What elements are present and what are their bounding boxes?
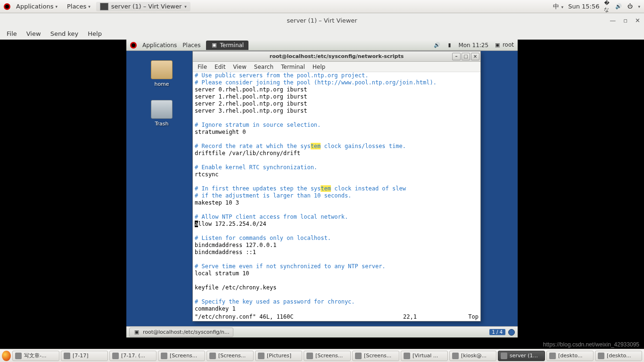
host-applications-menu[interactable]: Applications ▾ (12, 1, 61, 11)
app-icon (64, 353, 70, 359)
terminal-window[interactable]: root@localhost:/etc/sysconfig/network-sc… (192, 51, 481, 321)
host-taskbar-item[interactable]: [Screens... (158, 351, 205, 361)
chevron-down-icon: ▾ (638, 4, 640, 9)
guest-taskbar-item[interactable]: ▣ root@localhost:/etc/sysconfig/n... (129, 328, 233, 337)
app-icon (258, 353, 264, 359)
window-thumb-icon (100, 3, 108, 10)
terminal-title: root@localhost:/etc/sysconfig/network-sc… (270, 53, 404, 59)
terminal-icon: ▣ (211, 42, 217, 49)
clock[interactable]: Sun 15:56 (568, 3, 599, 10)
chevron-down-icon: ▾ (184, 4, 187, 9)
redhat-icon (130, 42, 137, 49)
term-menu-edit[interactable]: Edit (215, 64, 225, 70)
term-menu-help[interactable]: Help (313, 64, 325, 70)
volume-icon[interactable]: 🔊 (615, 3, 622, 10)
guest-active-window-tab[interactable]: ▣ Terminal (206, 41, 248, 50)
chevron-down-icon: ▾ (88, 4, 91, 9)
guest-clock[interactable]: Mon 11:25 (458, 42, 488, 49)
workspace-indicator[interactable]: 1 / 4 (489, 329, 505, 335)
term-menu-search[interactable]: Search (254, 64, 273, 70)
app-icon (209, 353, 216, 359)
host-taskbar-item[interactable]: [7-17. (... (109, 351, 157, 361)
term-menu-terminal[interactable]: Terminal (281, 64, 305, 70)
host-taskbar-item[interactable]: [Pictures] (255, 351, 302, 361)
show-desktop-button[interactable] (508, 329, 515, 336)
menu-sendkey[interactable]: Send key (50, 30, 79, 37)
trash-icon (151, 100, 173, 119)
wifi-icon[interactable]: �な (604, 3, 611, 10)
power-icon[interactable]: ⏻ (627, 3, 633, 10)
app-icon (161, 353, 167, 359)
virt-viewer-menubar: File View Send key Help (0, 27, 644, 40)
app-icon (355, 353, 362, 359)
guest-applications-menu[interactable]: Applications (142, 42, 177, 49)
host-taskbar-item[interactable]: [7-17] (61, 351, 108, 361)
terminal-menubar: File Edit View Search Terminal Help (193, 62, 480, 72)
term-menu-file[interactable]: File (198, 64, 207, 70)
desktop-icon-trash[interactable]: Trash (145, 100, 178, 127)
terminal-content[interactable]: # Use public servers from the pool.ntp.o… (193, 72, 480, 313)
guest-desktop[interactable]: Applications Places ▣ Terminal 🔊 ▮ Mon 1… (126, 40, 518, 337)
virt-viewer-titlebar[interactable]: server (1) – Virt Viewer — ▫ ✕ (0, 13, 644, 27)
app-icon (501, 353, 507, 359)
guest-top-panel: Applications Places ▣ Terminal 🔊 ▮ Mon 1… (126, 40, 518, 51)
close-button[interactable]: × (471, 53, 479, 60)
terminal-titlebar[interactable]: root@localhost:/etc/sysconfig/network-sc… (193, 51, 480, 62)
host-taskbar-item[interactable]: [Screens... (352, 351, 399, 361)
window-title: server (1) – Virt Viewer (287, 17, 357, 24)
user-icon: ▣ (494, 42, 501, 49)
desktop-icon-home[interactable]: home (145, 60, 178, 87)
menu-file[interactable]: File (7, 30, 17, 37)
host-top-panel: Applications ▾ Places ▾ server (1) – Vir… (0, 0, 644, 13)
host-running-app[interactable]: server (1) – Virt Viewer ▾ (96, 2, 190, 11)
app-icon (598, 353, 604, 359)
menu-view[interactable]: View (26, 30, 41, 37)
virt-viewer-window: server (1) – Virt Viewer — ▫ ✕ File View… (0, 13, 644, 352)
battery-icon[interactable]: ▮ (446, 42, 453, 49)
minimize-button[interactable]: – (452, 53, 461, 60)
app-icon (404, 353, 410, 359)
host-taskbar-item[interactable]: [Virtual ... (401, 351, 448, 361)
menu-help[interactable]: Help (88, 30, 102, 37)
vim-status-line: "/etc/chrony.conf" 46L, 1160C 22,1 Top (193, 313, 480, 321)
host-bottom-panel: 写文章-...[7-17][7-17. (...[Screens...[Scre… (0, 349, 644, 362)
volume-icon[interactable]: 🔊 (434, 42, 440, 49)
firefox-icon[interactable] (2, 351, 11, 361)
app-icon (15, 353, 22, 359)
guest-framebuffer-area: Applications Places ▣ Terminal 🔊 ▮ Mon 1… (0, 40, 644, 352)
minimize-button[interactable]: — (610, 17, 616, 24)
host-taskbar-item[interactable]: [deskto... (595, 351, 642, 361)
guest-places-menu[interactable]: Places (182, 42, 200, 49)
ime-indicator[interactable]: 中 ▾ (553, 2, 563, 11)
host-taskbar-item[interactable]: [deskto... (546, 351, 594, 361)
maximize-button[interactable]: □ (462, 53, 470, 60)
host-taskbar-item[interactable]: server (1... (498, 351, 545, 361)
app-icon (452, 353, 459, 359)
terminal-icon: ▣ (133, 329, 140, 336)
app-icon (112, 353, 119, 359)
redhat-icon (4, 3, 10, 10)
host-places-menu[interactable]: Places ▾ (63, 1, 94, 11)
host-taskbar-item[interactable]: 写文章-... (12, 351, 59, 361)
close-button[interactable]: ✕ (635, 17, 640, 24)
maximize-button[interactable]: ▫ (623, 17, 627, 24)
host-taskbar-item[interactable]: [Screens... (304, 351, 351, 361)
guest-bottom-panel: ▣ root@localhost:/etc/sysconfig/n... 1 /… (126, 326, 518, 337)
host-taskbar-item[interactable]: [kiosk@... (449, 351, 496, 361)
chevron-down-icon: ▾ (55, 4, 58, 9)
host-taskbar-item[interactable]: [Screens... (206, 351, 254, 361)
guest-user-menu[interactable]: ▣ root (494, 41, 514, 49)
app-icon (306, 353, 313, 359)
folder-icon (151, 60, 173, 79)
term-menu-view[interactable]: View (233, 64, 246, 70)
app-icon (549, 353, 556, 359)
